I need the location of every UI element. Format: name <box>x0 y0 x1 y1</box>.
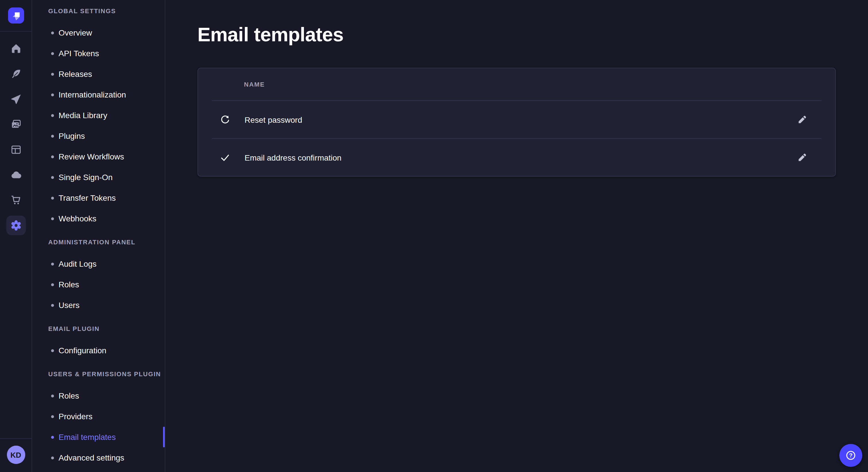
sidebar-item-label: Configuration <box>59 346 106 355</box>
nav-content-button[interactable] <box>6 64 26 84</box>
bullet-icon <box>51 436 54 438</box>
help-button[interactable]: ? <box>839 444 862 467</box>
sidebar-item-overview[interactable]: Overview <box>32 22 165 43</box>
sidebar-item-advanced-settings[interactable]: Advanced settings <box>32 447 165 468</box>
avatar-initials: KD <box>10 450 21 459</box>
sidebar-item-transfer-tokens[interactable]: Transfer Tokens <box>32 188 165 208</box>
nav-settings-button[interactable] <box>6 216 26 235</box>
refresh-icon <box>219 114 231 125</box>
check-icon <box>219 152 231 163</box>
question-mark-icon: ? <box>844 449 857 462</box>
section-users-permissions-plugin: USERS & PERMISSIONS PLUGIN Roles Provide… <box>32 370 165 468</box>
bullet-icon <box>51 196 54 199</box>
sidebar-item-releases[interactable]: Releases <box>32 64 165 84</box>
bullet-icon <box>51 394 54 397</box>
section-email-plugin: EMAIL PLUGIN Configuration <box>32 325 165 361</box>
sidebar-item-users[interactable]: Users <box>32 295 165 315</box>
nav-media-library-button[interactable] <box>6 115 26 134</box>
sidebar-item-admin-roles[interactable]: Roles <box>32 274 165 295</box>
nav-deploy-button[interactable] <box>6 165 26 185</box>
home-icon <box>10 43 22 55</box>
sidebar-item-label: Transfer Tokens <box>59 193 116 202</box>
sidebar-item-label: Media Library <box>59 111 107 120</box>
sidebar-item-label: Audit Logs <box>59 259 96 268</box>
section-global-settings: GLOBAL SETTINGS Overview API Tokens Rele… <box>32 7 165 229</box>
bullet-icon <box>51 114 54 117</box>
feather-icon <box>10 68 22 80</box>
rail-bottom: KD <box>0 438 32 472</box>
sidebar-item-label: API Tokens <box>59 49 99 58</box>
template-name: Reset password <box>245 115 302 124</box>
section-header: USERS & PERMISSIONS PLUGIN <box>48 370 151 378</box>
nav-release-button[interactable] <box>6 90 26 109</box>
rail-nav <box>6 32 26 235</box>
layout-icon <box>10 144 22 156</box>
section-header: EMAIL PLUGIN <box>48 325 151 333</box>
sidebar-item-api-tokens[interactable]: API Tokens <box>32 43 165 64</box>
pencil-icon <box>797 153 807 162</box>
sidebar-item-label: Email templates <box>59 432 116 442</box>
bullet-icon <box>51 134 54 137</box>
images-icon <box>10 119 22 130</box>
sidebar-item-label: Roles <box>59 280 79 289</box>
edit-button[interactable] <box>793 110 811 129</box>
sidebar-item-label: Users <box>59 301 80 310</box>
sidebar-item-label: Review Workflows <box>59 152 124 161</box>
bullet-icon <box>51 52 54 55</box>
nav-content-type-builder-button[interactable] <box>6 140 26 160</box>
svg-text:?: ? <box>849 452 852 459</box>
bullet-icon <box>51 349 54 352</box>
bullet-icon <box>51 262 54 265</box>
sidebar-item-audit-logs[interactable]: Audit Logs <box>32 254 165 274</box>
sidebar-item-label: Releases <box>59 69 92 78</box>
app-window: KD GLOBAL SETTINGS Overview API Tokens R… <box>0 0 868 472</box>
section-header: GLOBAL SETTINGS <box>48 7 151 15</box>
strapi-logo[interactable] <box>8 7 24 24</box>
page-title: Email templates <box>197 25 836 44</box>
sidebar-item-email-templates[interactable]: Email templates <box>32 427 165 447</box>
table-row-email-confirmation[interactable]: Email address confirmation <box>198 139 835 176</box>
settings-sidebar: GLOBAL SETTINGS Overview API Tokens Rele… <box>32 0 165 472</box>
sidebar-item-single-sign-on[interactable]: Single Sign-On <box>32 167 165 188</box>
sidebar-item-label: Overview <box>59 28 92 37</box>
bullet-icon <box>51 155 54 158</box>
sidebar-item-up-roles[interactable]: Roles <box>32 385 165 406</box>
gear-icon <box>9 219 22 232</box>
edit-button[interactable] <box>793 148 811 167</box>
table-row-reset-password[interactable]: Reset password <box>198 101 835 138</box>
main-content: Email templates NAME Reset password <box>165 0 868 472</box>
strapi-logo-icon <box>8 7 24 24</box>
sidebar-item-internationalization[interactable]: Internationalization <box>32 84 165 105</box>
table-header-row: NAME <box>198 68 835 100</box>
sidebar-item-label: Providers <box>59 412 92 421</box>
nav-marketplace-button[interactable] <box>6 191 26 210</box>
sidebar-item-label: Advanced settings <box>59 453 124 462</box>
sidebar-item-media-library[interactable]: Media Library <box>32 105 165 126</box>
sidebar-item-label: Webhooks <box>59 214 96 223</box>
section-administration-panel: ADMINISTRATION PANEL Audit Logs Roles Us… <box>32 239 165 315</box>
sidebar-item-label: Single Sign-On <box>59 173 113 182</box>
sidebar-item-label: Roles <box>59 391 79 400</box>
sidebar-item-label: Plugins <box>59 131 85 140</box>
bullet-icon <box>51 176 54 179</box>
bullet-icon <box>51 72 54 75</box>
nav-home-button[interactable] <box>6 39 26 59</box>
sidebar-item-plugins[interactable]: Plugins <box>32 126 165 146</box>
bullet-icon <box>51 31 54 34</box>
sidebar-item-configuration[interactable]: Configuration <box>32 340 165 361</box>
bullet-icon <box>51 283 54 286</box>
user-avatar[interactable]: KD <box>7 446 25 464</box>
bullet-icon <box>51 304 54 307</box>
sidebar-item-webhooks[interactable]: Webhooks <box>32 208 165 229</box>
column-header-name: NAME <box>244 81 265 88</box>
sidebar-item-providers[interactable]: Providers <box>32 406 165 427</box>
sidebar-item-label: Internationalization <box>59 90 126 99</box>
sidebar-item-review-workflows[interactable]: Review Workflows <box>32 146 165 167</box>
logo-area <box>0 0 32 32</box>
active-indicator <box>163 427 165 447</box>
main-nav-rail: KD <box>0 0 32 472</box>
bullet-icon <box>51 456 54 459</box>
bullet-icon <box>51 415 54 418</box>
cart-icon <box>10 194 22 206</box>
bullet-icon <box>51 217 54 220</box>
